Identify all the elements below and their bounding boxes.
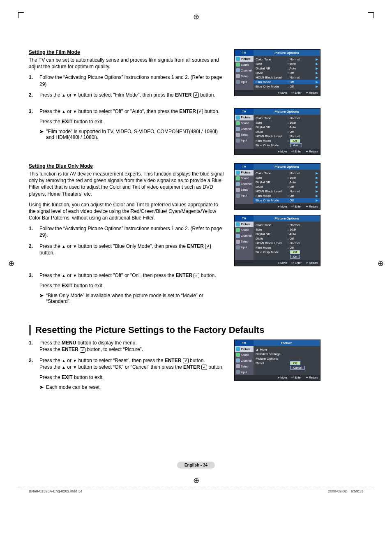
- exit-line: Press the EXIT button to exit.: [29, 119, 226, 125]
- step: 2. Press the ▲ or ▼ button to select "Bl…: [29, 243, 226, 256]
- section-heading: Resetting the Picture Settings to the Fa…: [29, 325, 363, 335]
- down-arrow-icon: ▼: [73, 93, 77, 97]
- step: 3. Press the ▲ or ▼ button to select "Of…: [29, 108, 226, 115]
- osd-figure: TVPicture Options Picture Sound Channel …: [234, 49, 321, 96]
- section-title: Setting the Film Mode: [29, 49, 226, 55]
- body-text: Using this function, you can adjust the …: [29, 201, 226, 222]
- intro-text: The TV can be set to automatically sense…: [29, 57, 226, 70]
- section-title: Setting the Blue Only Mode: [29, 163, 226, 169]
- crop-mark: [368, 12, 374, 18]
- osd-figure: TVPicture Options Picture Sound Channel …: [234, 163, 321, 210]
- step: 1. Press the MENU button to display the …: [29, 340, 226, 353]
- note: ➤Each mode can be reset.: [29, 384, 226, 390]
- body-text: This function is for AV device measureme…: [29, 171, 226, 197]
- osd-figure: TVPicture Options Picture Sound Channel …: [234, 215, 321, 266]
- enter-icon: ↲: [193, 92, 199, 98]
- registration-mark-icon: ⊕: [193, 12, 199, 21]
- exit-line: Press the EXIT button to exit.: [29, 374, 226, 380]
- osd-figure: TVPicture Picture Sound Channel Setup In…: [234, 340, 321, 381]
- note: ➤"Film mode" is supported in TV, VIDEO, …: [29, 129, 226, 140]
- print-footer: BN68-01395A-Eng-0202.indd 34 2008-02-02 …: [29, 489, 363, 493]
- registration-mark-icon: ⊕: [193, 476, 199, 485]
- step: 2. Press the ▲ or ▼ button to select "Fi…: [29, 92, 226, 98]
- registration-mark-icon: ⊕: [378, 259, 384, 268]
- page-number: English - 34: [177, 462, 215, 469]
- step: 2. Press the ▲ or ▼ button to select “Re…: [29, 357, 226, 370]
- step: 1.Follow the “Activating Picture Options…: [29, 74, 226, 87]
- up-arrow-icon: ▲: [62, 93, 66, 97]
- note: ➤“Blue Only Mode” is available when the …: [29, 293, 226, 304]
- osd-figure: TVPicture Options Picture Sound Channel …: [234, 108, 321, 155]
- manual-page: ⊕ ⊕ ⊕ ⊕ Setting the Film Mode The TV can…: [0, 0, 392, 518]
- registration-mark-icon: ⊕: [8, 259, 14, 268]
- step: 1.Follow the “Activating Picture Options…: [29, 225, 226, 238]
- note-icon: ➤: [39, 129, 44, 140]
- step: 3. Press the ▲ or ▼ button to select "Of…: [29, 272, 226, 279]
- crop-mark: [18, 12, 24, 18]
- exit-line: Press the EXIT button to exit.: [29, 283, 226, 289]
